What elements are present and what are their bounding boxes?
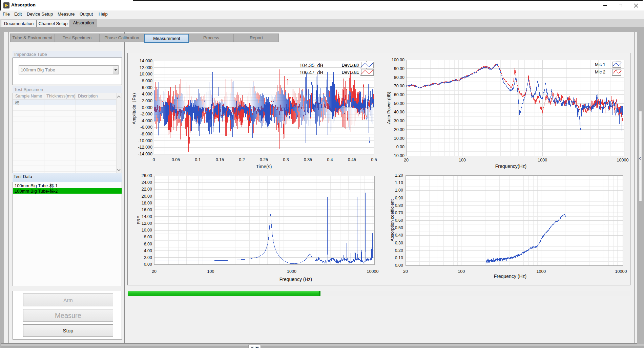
svg-text:18.00: 18.00 bbox=[142, 201, 152, 205]
svg-text:20: 20 bbox=[152, 269, 157, 274]
svg-text:16.00: 16.00 bbox=[142, 208, 152, 212]
svg-text:0.00: 0.00 bbox=[396, 145, 404, 149]
svg-text:0.90: 0.90 bbox=[395, 196, 403, 200]
svg-text:-6.000: -6.000 bbox=[141, 125, 152, 130]
svg-text:30.00: 30.00 bbox=[394, 118, 404, 123]
svg-text:0.80: 0.80 bbox=[395, 203, 403, 208]
svg-text:14.00: 14.00 bbox=[142, 214, 152, 219]
svg-text:-4.000: -4.000 bbox=[141, 118, 152, 123]
svg-text:1000: 1000 bbox=[538, 158, 547, 162]
svg-text:0.70: 0.70 bbox=[395, 211, 403, 215]
svg-text:-8.000: -8.000 bbox=[141, 132, 152, 136]
svg-text:100: 100 bbox=[459, 158, 466, 162]
svg-text:4.00: 4.00 bbox=[144, 248, 152, 253]
svg-text:8.00: 8.00 bbox=[144, 235, 152, 239]
svg-text:100.00: 100.00 bbox=[392, 58, 404, 62]
svg-text:106.47 dB: 106.47 dB bbox=[299, 70, 323, 75]
svg-text:Mic 1: Mic 1 bbox=[595, 62, 605, 67]
svg-text:2.00: 2.00 bbox=[144, 255, 152, 260]
svg-text:50.00: 50.00 bbox=[394, 101, 404, 106]
svg-text:10.000: 10.000 bbox=[140, 72, 152, 77]
svg-text:20.00: 20.00 bbox=[394, 127, 404, 132]
svg-text:Frequency (Hz): Frequency (Hz) bbox=[494, 274, 526, 279]
svg-text:6.00: 6.00 bbox=[144, 242, 152, 246]
svg-text:70.00: 70.00 bbox=[394, 84, 404, 88]
svg-text:6.000: 6.000 bbox=[142, 85, 152, 90]
svg-text:10000: 10000 bbox=[367, 269, 379, 274]
svg-text:0.30: 0.30 bbox=[395, 241, 403, 245]
svg-text:0: 0 bbox=[153, 157, 155, 162]
svg-text:20.00: 20.00 bbox=[142, 194, 152, 199]
svg-text:0.05: 0.05 bbox=[172, 157, 180, 162]
svg-text:0.10: 0.10 bbox=[395, 256, 403, 260]
svg-text:10.00: 10.00 bbox=[394, 136, 404, 141]
svg-text:Frequency (Hz): Frequency (Hz) bbox=[279, 277, 312, 282]
svg-text:Auto Power (dB): Auto Power (dB) bbox=[386, 92, 391, 124]
svg-text:-10.00: -10.00 bbox=[393, 153, 404, 158]
svg-text:-2.000: -2.000 bbox=[141, 112, 152, 116]
svg-text:80.00: 80.00 bbox=[394, 75, 404, 80]
svg-text:0.60: 0.60 bbox=[395, 218, 403, 223]
svg-text:4.000: 4.000 bbox=[142, 92, 152, 96]
svg-text:1000: 1000 bbox=[536, 269, 546, 274]
svg-text:12.000: 12.000 bbox=[140, 65, 152, 70]
svg-text:1.00: 1.00 bbox=[395, 188, 403, 193]
svg-text:0.4: 0.4 bbox=[327, 157, 333, 162]
svg-text:Time(s): Time(s) bbox=[256, 164, 272, 169]
svg-text:0.000: 0.000 bbox=[142, 105, 152, 110]
svg-text:-12.000: -12.000 bbox=[138, 145, 152, 150]
svg-text:20: 20 bbox=[403, 269, 408, 274]
svg-text:1.10: 1.10 bbox=[395, 180, 403, 185]
svg-text:104.35 dB: 104.35 dB bbox=[299, 63, 323, 68]
svg-text:90.00: 90.00 bbox=[394, 66, 404, 71]
svg-text:22.00: 22.00 bbox=[142, 187, 152, 192]
svg-text:0.45: 0.45 bbox=[348, 157, 356, 162]
svg-text:Frequency(Hz): Frequency(Hz) bbox=[495, 164, 527, 169]
svg-text:Absorption coefficient: Absorption coefficient bbox=[390, 199, 395, 241]
svg-text:2.000: 2.000 bbox=[142, 99, 152, 103]
svg-text:0.15: 0.15 bbox=[216, 157, 224, 162]
svg-text:0.00: 0.00 bbox=[144, 262, 152, 267]
svg-text:0.1: 0.1 bbox=[195, 157, 201, 162]
svg-text:8.000: 8.000 bbox=[142, 79, 152, 83]
svg-text:40.00: 40.00 bbox=[394, 110, 404, 114]
svg-text:FRF: FRF bbox=[136, 216, 141, 224]
svg-text:1000: 1000 bbox=[287, 269, 296, 274]
svg-text:24.00: 24.00 bbox=[142, 180, 152, 185]
svg-text:-10.000: -10.000 bbox=[138, 138, 152, 143]
svg-text:0.25: 0.25 bbox=[260, 157, 268, 162]
svg-text:0.2: 0.2 bbox=[239, 157, 245, 162]
svg-text:10000: 10000 bbox=[617, 158, 629, 162]
svg-text:Dev1/ai1: Dev1/ai1 bbox=[342, 70, 359, 75]
svg-text:0.50: 0.50 bbox=[395, 225, 403, 230]
svg-text:14.000: 14.000 bbox=[140, 59, 152, 63]
svg-text:0.00: 0.00 bbox=[395, 263, 403, 268]
svg-text:10000: 10000 bbox=[615, 269, 627, 274]
svg-text:1.20: 1.20 bbox=[395, 173, 403, 178]
svg-text:0.5: 0.5 bbox=[371, 157, 377, 162]
svg-text:20: 20 bbox=[404, 158, 409, 162]
svg-text:60.00: 60.00 bbox=[394, 92, 404, 97]
svg-text:12.00: 12.00 bbox=[142, 221, 152, 226]
svg-text:0.35: 0.35 bbox=[304, 157, 312, 162]
svg-text:26.00: 26.00 bbox=[142, 173, 152, 178]
svg-text:100: 100 bbox=[207, 269, 214, 274]
svg-text:-14.000: -14.000 bbox=[138, 152, 152, 156]
svg-text:Dev1/ai0: Dev1/ai0 bbox=[342, 63, 359, 68]
svg-text:0.40: 0.40 bbox=[395, 233, 403, 238]
svg-text:10.00: 10.00 bbox=[142, 228, 152, 233]
svg-text:Mic 2: Mic 2 bbox=[595, 69, 605, 74]
svg-text:100: 100 bbox=[458, 269, 465, 274]
svg-text:0.20: 0.20 bbox=[395, 248, 403, 253]
svg-text:0.3: 0.3 bbox=[283, 157, 289, 162]
svg-text:Amplitude（Pa）: Amplitude（Pa） bbox=[131, 91, 137, 125]
